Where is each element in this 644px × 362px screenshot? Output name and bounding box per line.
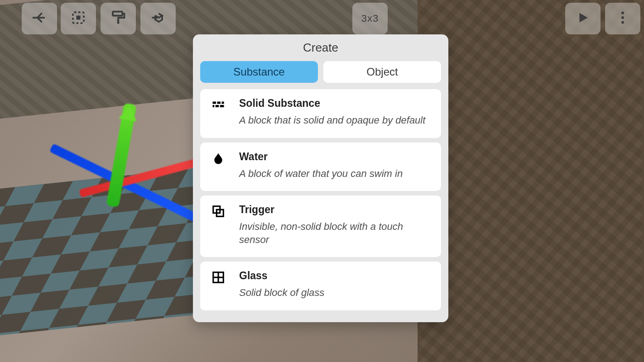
list-item-trigger[interactable]: Trigger Invisible, non-solid block with …	[200, 195, 441, 257]
tab-object-label: Object	[366, 66, 398, 78]
svg-rect-8	[217, 102, 221, 104]
scene-wall-right	[418, 0, 644, 362]
more-vertical-icon	[615, 10, 631, 28]
create-dialog: Create Substance Object Solid Substance …	[193, 34, 448, 322]
grid-size-label: 3x3	[361, 13, 379, 24]
item-title: Glass	[239, 270, 431, 282]
selection-icon	[70, 10, 87, 28]
svg-point-5	[621, 16, 624, 19]
dialog-tabs: Substance Object	[200, 61, 441, 83]
svg-rect-7	[213, 102, 216, 104]
tab-object[interactable]: Object	[323, 61, 441, 83]
item-desc: Solid block of glass	[239, 286, 431, 300]
svg-rect-1	[77, 16, 81, 20]
window-pane-icon	[210, 270, 226, 300]
svg-point-6	[621, 21, 624, 24]
dialog-title: Create	[200, 41, 441, 55]
item-desc: A block of water that you can swim in	[239, 167, 431, 181]
paint-tool-button[interactable]	[101, 3, 136, 34]
list-item-solid-substance[interactable]: Solid Substance A block that is solid an…	[200, 89, 441, 138]
svg-rect-10	[213, 105, 215, 107]
paint-roller-icon	[110, 10, 126, 28]
play-button[interactable]	[565, 3, 601, 34]
arrow-left-icon	[31, 10, 48, 28]
svg-point-4	[621, 12, 624, 14]
water-drop-icon	[210, 151, 226, 181]
create-tool-button[interactable]	[140, 3, 176, 34]
item-title: Solid Substance	[239, 97, 431, 110]
list-item-glass[interactable]: Glass Solid block of glass	[200, 262, 441, 310]
list-item-water[interactable]: Water A block of water that you can swim…	[200, 143, 441, 191]
svg-rect-2	[113, 12, 122, 16]
back-button[interactable]	[22, 3, 57, 34]
svg-rect-9	[222, 102, 224, 104]
item-desc: Invisible, non-solid block with a touch …	[239, 220, 431, 246]
play-icon	[575, 10, 591, 28]
tab-substance-label: Substance	[233, 66, 284, 78]
overlap-squares-icon	[210, 204, 226, 246]
svg-rect-12	[220, 105, 224, 107]
svg-rect-3	[117, 20, 120, 24]
item-title: Trigger	[239, 204, 431, 216]
select-tool-button[interactable]	[61, 3, 96, 34]
tab-substance[interactable]: Substance	[200, 61, 318, 83]
item-desc: A block that is solid and opaque by defa…	[239, 114, 431, 127]
grid-size-button[interactable]: 3x3	[352, 3, 388, 34]
brick-icon	[210, 97, 226, 127]
cube-arrow-icon	[150, 10, 166, 28]
item-title: Water	[239, 151, 431, 163]
overflow-menu-button[interactable]	[605, 3, 640, 34]
svg-rect-11	[216, 105, 219, 107]
